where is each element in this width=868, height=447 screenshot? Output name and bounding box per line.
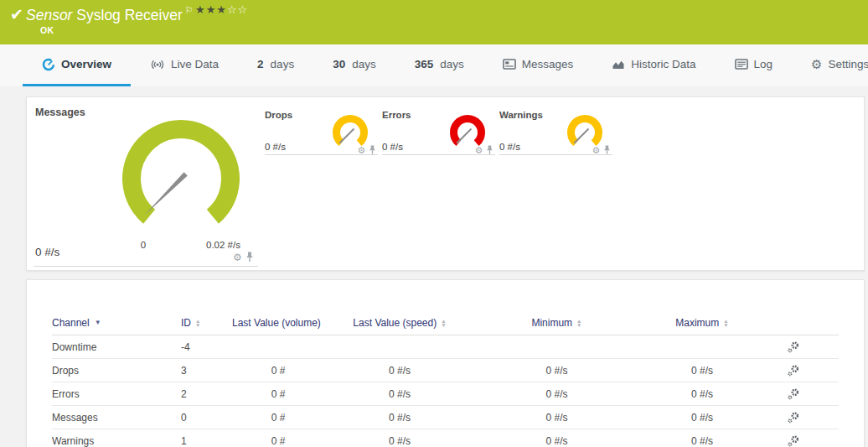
- gauge-settings-icon[interactable]: ⚙: [592, 145, 601, 154]
- channel-name: Errors: [52, 388, 178, 400]
- channel-row[interactable]: Messages 0 0 # 0 #/s 0 #/s 0 #/s: [52, 406, 839, 429]
- channel-table-header: Channel▼ ID▲▼ Last Value (volume)▲▼ Last…: [52, 310, 839, 335]
- channel-name: Messages: [52, 412, 178, 424]
- gauge-settings-icon[interactable]: ⚙: [358, 145, 366, 154]
- tab-messages[interactable]: Messages: [483, 44, 593, 86]
- tab-settings[interactable]: ⚙ Settings: [792, 44, 868, 86]
- channel-maximum: 0 #/s: [638, 412, 766, 424]
- object-kind-label: Sensor: [26, 7, 72, 23]
- channel-settings-icon[interactable]: [787, 411, 800, 424]
- primary-gauge-title: Messages: [35, 107, 85, 118]
- tab-label: Overview: [61, 58, 111, 70]
- channel-name: Drops: [52, 365, 178, 377]
- gauge-pin-icon[interactable]: [369, 145, 376, 155]
- sort-desc-icon: ▼: [95, 319, 101, 326]
- gauge-divider: [382, 154, 495, 155]
- historic-data-icon: [612, 59, 625, 70]
- live-data-icon: [150, 59, 165, 70]
- tab-label: Log: [754, 58, 773, 70]
- tab-365-days[interactable]: 365 days: [395, 44, 483, 86]
- channels-panel: Channel▼ ID▲▼ Last Value (volume)▲▼ Last…: [26, 279, 865, 447]
- tab-bar: Overview Live Data 2 days 30 days 365 da…: [0, 44, 868, 86]
- channel-minimum: 0 #/s: [475, 435, 638, 447]
- channel-settings-icon[interactable]: [787, 340, 800, 354]
- channel-id: -4: [178, 341, 232, 353]
- channel-last-volume: 0 #: [232, 435, 324, 447]
- gauge-icon: [42, 58, 55, 71]
- primary-gauge-arc: [132, 129, 230, 216]
- flag-icon[interactable]: ⚐: [185, 5, 194, 15]
- gauges-panel: Messages 0 0.02 #/s 0 #/s ⚙ Drops 0 #/s …: [26, 96, 865, 271]
- log-icon: [735, 59, 748, 70]
- small-gauge-title: Drops: [265, 110, 292, 120]
- status-check-icon: ✔: [10, 5, 23, 24]
- primary-gauge-dial: [118, 116, 244, 229]
- stars-empty: ☆☆: [227, 3, 248, 16]
- channel-maximum: 0 #/s: [638, 365, 766, 377]
- tab-label: days: [440, 58, 464, 70]
- channel-table: Channel▼ ID▲▼ Last Value (volume)▲▼ Last…: [52, 310, 839, 447]
- tab-30-days[interactable]: 30 days: [313, 44, 395, 86]
- tab-live-data[interactable]: Live Data: [131, 44, 238, 86]
- channel-name: Warnings: [52, 435, 178, 447]
- tab-label: days: [271, 58, 295, 70]
- tab-log[interactable]: Log: [716, 44, 793, 86]
- channel-minimum: 0 #/s: [475, 388, 638, 400]
- channel-last-speed: 0 #/s: [324, 412, 475, 424]
- channel-row[interactable]: Errors 2 0 # 0 #/s 0 #/s 0 #/s: [52, 382, 839, 406]
- gauge-scale-max: 0.02 #/s: [206, 240, 240, 250]
- column-header-id[interactable]: ID▲▼: [178, 316, 232, 329]
- column-header-channel[interactable]: Channel▼: [52, 316, 178, 329]
- gauge-settings-icon[interactable]: ⚙: [475, 145, 483, 154]
- gauge-divider: [34, 266, 258, 267]
- gauge-divider: [265, 154, 378, 155]
- gauge-pin-icon[interactable]: [245, 252, 254, 262]
- channel-row[interactable]: Drops 3 0 # 0 #/s 0 #/s 0 #/s: [52, 359, 839, 382]
- channel-settings-icon[interactable]: [787, 434, 800, 447]
- channel-maximum: 0 #/s: [638, 435, 766, 447]
- small-gauge: Warnings 0 #/s ⚙: [499, 110, 612, 155]
- channel-name: Downtime: [52, 341, 178, 353]
- tab-overview[interactable]: Overview: [23, 44, 131, 86]
- small-gauge-current-value: 0 #/s: [382, 142, 403, 152]
- channel-row[interactable]: Warnings 1 0 # 0 #/s 0 #/s 0 #/s: [52, 429, 839, 447]
- channel-id: 3: [178, 365, 232, 377]
- channel-last-volume: 0 #: [232, 365, 324, 377]
- small-gauge-current-value: 0 #/s: [499, 142, 520, 152]
- gauge-pin-icon[interactable]: [603, 145, 611, 155]
- channel-last-speed: 0 #/s: [324, 365, 475, 377]
- small-gauge: Drops 0 #/s ⚙: [265, 110, 378, 155]
- tab-number: 2: [257, 58, 264, 70]
- channel-last-speed: 0 #/s: [324, 388, 475, 400]
- channel-minimum: 0 #/s: [475, 412, 638, 424]
- sort-updown-icon: ▲▼: [723, 319, 728, 327]
- small-gauge-title: Warnings: [499, 110, 543, 120]
- sort-updown-icon: ▲▼: [441, 319, 446, 327]
- page-title: Sensor Syslog Receiver⚐: [26, 5, 194, 24]
- gauge-settings-icon[interactable]: ⚙: [233, 252, 242, 262]
- channel-maximum: 0 #/s: [638, 388, 766, 400]
- column-header-last-speed[interactable]: Last Value (speed)▲▼: [324, 316, 475, 329]
- channel-settings-icon[interactable]: [787, 387, 800, 401]
- column-header-last-volume[interactable]: Last Value (volume)▲▼: [232, 316, 324, 329]
- tab-2-days[interactable]: 2 days: [238, 44, 313, 86]
- sort-updown-icon: ▲▼: [576, 319, 581, 327]
- tab-label: Historic Data: [631, 58, 695, 70]
- primary-gauge-needle: [144, 172, 188, 216]
- status-badge: OK: [40, 25, 54, 35]
- tab-label: Settings: [829, 58, 868, 70]
- column-header-minimum[interactable]: Minimum▲▼: [475, 316, 638, 329]
- small-gauge-title: Errors: [382, 110, 411, 120]
- gauge-divider: [499, 154, 612, 155]
- column-header-maximum[interactable]: Maximum▲▼: [638, 316, 766, 329]
- priority-stars[interactable]: ★★★☆☆: [195, 3, 248, 16]
- channel-row[interactable]: Downtime -4: [52, 335, 839, 359]
- sensor-header: ✔ Sensor Syslog Receiver⚐ ★★★☆☆ OK: [0, 0, 868, 44]
- channel-last-volume: 0 #: [232, 412, 324, 424]
- tab-historic-data[interactable]: Historic Data: [592, 44, 715, 86]
- tab-label: Live Data: [171, 58, 219, 70]
- small-gauge-current-value: 0 #/s: [265, 142, 286, 152]
- stars-filled: ★★★: [195, 3, 227, 16]
- gauge-pin-icon[interactable]: [486, 145, 493, 155]
- channel-settings-icon[interactable]: [787, 364, 800, 377]
